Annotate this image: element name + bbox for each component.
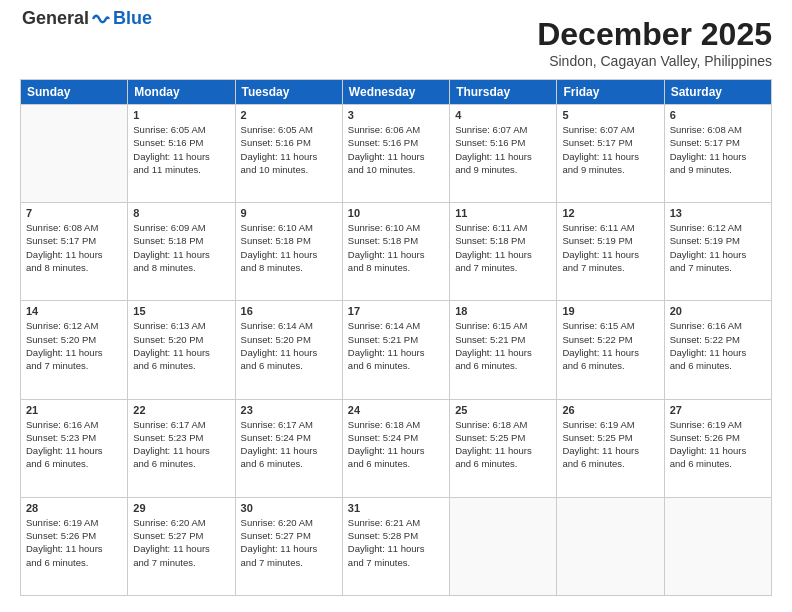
day-cell: 28Sunrise: 6:19 AMSunset: 5:26 PMDayligh… [21, 497, 128, 595]
day-info: Sunrise: 6:12 AMSunset: 5:20 PMDaylight:… [26, 319, 122, 372]
day-info: Sunrise: 6:17 AMSunset: 5:24 PMDaylight:… [241, 418, 337, 471]
day-cell: 14Sunrise: 6:12 AMSunset: 5:20 PMDayligh… [21, 301, 128, 399]
day-number: 13 [670, 207, 766, 219]
day-number: 4 [455, 109, 551, 121]
day-cell: 21Sunrise: 6:16 AMSunset: 5:23 PMDayligh… [21, 399, 128, 497]
day-info: Sunrise: 6:13 AMSunset: 5:20 PMDaylight:… [133, 319, 229, 372]
day-info: Sunrise: 6:05 AMSunset: 5:16 PMDaylight:… [241, 123, 337, 176]
day-info: Sunrise: 6:19 AMSunset: 5:26 PMDaylight:… [26, 516, 122, 569]
day-number: 23 [241, 404, 337, 416]
day-info: Sunrise: 6:09 AMSunset: 5:18 PMDaylight:… [133, 221, 229, 274]
day-number: 8 [133, 207, 229, 219]
day-number: 16 [241, 305, 337, 317]
day-info: Sunrise: 6:05 AMSunset: 5:16 PMDaylight:… [133, 123, 229, 176]
day-number: 24 [348, 404, 444, 416]
day-number: 22 [133, 404, 229, 416]
day-cell: 29Sunrise: 6:20 AMSunset: 5:27 PMDayligh… [128, 497, 235, 595]
day-number: 31 [348, 502, 444, 514]
day-info: Sunrise: 6:07 AMSunset: 5:17 PMDaylight:… [562, 123, 658, 176]
day-number: 1 [133, 109, 229, 121]
calendar-table: SundayMondayTuesdayWednesdayThursdayFrid… [20, 79, 772, 596]
day-info: Sunrise: 6:11 AMSunset: 5:19 PMDaylight:… [562, 221, 658, 274]
day-info: Sunrise: 6:07 AMSunset: 5:16 PMDaylight:… [455, 123, 551, 176]
day-cell: 8Sunrise: 6:09 AMSunset: 5:18 PMDaylight… [128, 203, 235, 301]
day-cell: 20Sunrise: 6:16 AMSunset: 5:22 PMDayligh… [664, 301, 771, 399]
subtitle: Sindon, Cagayan Valley, Philippines [537, 53, 772, 69]
day-cell: 11Sunrise: 6:11 AMSunset: 5:18 PMDayligh… [450, 203, 557, 301]
day-info: Sunrise: 6:10 AMSunset: 5:18 PMDaylight:… [241, 221, 337, 274]
day-number: 6 [670, 109, 766, 121]
col-header-friday: Friday [557, 80, 664, 105]
day-cell: 6Sunrise: 6:08 AMSunset: 5:17 PMDaylight… [664, 105, 771, 203]
day-info: Sunrise: 6:14 AMSunset: 5:20 PMDaylight:… [241, 319, 337, 372]
day-number: 29 [133, 502, 229, 514]
page: General General Blue December 2025 Sindo… [0, 0, 792, 612]
day-cell [557, 497, 664, 595]
day-info: Sunrise: 6:18 AMSunset: 5:25 PMDaylight:… [455, 418, 551, 471]
day-info: Sunrise: 6:17 AMSunset: 5:23 PMDaylight:… [133, 418, 229, 471]
day-info: Sunrise: 6:08 AMSunset: 5:17 PMDaylight:… [26, 221, 122, 274]
day-cell: 27Sunrise: 6:19 AMSunset: 5:26 PMDayligh… [664, 399, 771, 497]
day-number: 26 [562, 404, 658, 416]
week-row-5: 28Sunrise: 6:19 AMSunset: 5:26 PMDayligh… [21, 497, 772, 595]
day-info: Sunrise: 6:21 AMSunset: 5:28 PMDaylight:… [348, 516, 444, 569]
col-header-wednesday: Wednesday [342, 80, 449, 105]
day-cell: 7Sunrise: 6:08 AMSunset: 5:17 PMDaylight… [21, 203, 128, 301]
col-header-thursday: Thursday [450, 80, 557, 105]
day-info: Sunrise: 6:19 AMSunset: 5:26 PMDaylight:… [670, 418, 766, 471]
day-cell: 25Sunrise: 6:18 AMSunset: 5:25 PMDayligh… [450, 399, 557, 497]
day-number: 3 [348, 109, 444, 121]
day-number: 7 [26, 207, 122, 219]
day-number: 27 [670, 404, 766, 416]
day-cell: 23Sunrise: 6:17 AMSunset: 5:24 PMDayligh… [235, 399, 342, 497]
day-number: 28 [26, 502, 122, 514]
day-info: Sunrise: 6:06 AMSunset: 5:16 PMDaylight:… [348, 123, 444, 176]
day-number: 21 [26, 404, 122, 416]
col-header-monday: Monday [128, 80, 235, 105]
main-title: December 2025 [537, 16, 772, 53]
day-number: 15 [133, 305, 229, 317]
day-info: Sunrise: 6:15 AMSunset: 5:22 PMDaylight:… [562, 319, 658, 372]
col-header-sunday: Sunday [21, 80, 128, 105]
day-number: 14 [26, 305, 122, 317]
day-number: 30 [241, 502, 337, 514]
day-number: 12 [562, 207, 658, 219]
col-header-tuesday: Tuesday [235, 80, 342, 105]
day-info: Sunrise: 6:18 AMSunset: 5:24 PMDaylight:… [348, 418, 444, 471]
day-info: Sunrise: 6:11 AMSunset: 5:18 PMDaylight:… [455, 221, 551, 274]
day-info: Sunrise: 6:20 AMSunset: 5:27 PMDaylight:… [241, 516, 337, 569]
col-header-saturday: Saturday [664, 80, 771, 105]
day-info: Sunrise: 6:19 AMSunset: 5:25 PMDaylight:… [562, 418, 658, 471]
week-row-2: 7Sunrise: 6:08 AMSunset: 5:17 PMDaylight… [21, 203, 772, 301]
day-cell: 17Sunrise: 6:14 AMSunset: 5:21 PMDayligh… [342, 301, 449, 399]
day-cell: 26Sunrise: 6:19 AMSunset: 5:25 PMDayligh… [557, 399, 664, 497]
day-info: Sunrise: 6:08 AMSunset: 5:17 PMDaylight:… [670, 123, 766, 176]
day-cell: 10Sunrise: 6:10 AMSunset: 5:18 PMDayligh… [342, 203, 449, 301]
day-number: 20 [670, 305, 766, 317]
day-number: 19 [562, 305, 658, 317]
day-cell: 31Sunrise: 6:21 AMSunset: 5:28 PMDayligh… [342, 497, 449, 595]
day-info: Sunrise: 6:15 AMSunset: 5:21 PMDaylight:… [455, 319, 551, 372]
logo-blue-text: Blue [113, 8, 152, 29]
day-info: Sunrise: 6:14 AMSunset: 5:21 PMDaylight:… [348, 319, 444, 372]
title-section: December 2025 Sindon, Cagayan Valley, Ph… [537, 16, 772, 69]
day-info: Sunrise: 6:10 AMSunset: 5:18 PMDaylight:… [348, 221, 444, 274]
day-number: 10 [348, 207, 444, 219]
day-number: 5 [562, 109, 658, 121]
day-cell [450, 497, 557, 595]
day-cell: 3Sunrise: 6:06 AMSunset: 5:16 PMDaylight… [342, 105, 449, 203]
day-cell: 12Sunrise: 6:11 AMSunset: 5:19 PMDayligh… [557, 203, 664, 301]
day-cell: 5Sunrise: 6:07 AMSunset: 5:17 PMDaylight… [557, 105, 664, 203]
day-number: 11 [455, 207, 551, 219]
day-number: 17 [348, 305, 444, 317]
logo-general-text2: General [22, 8, 89, 29]
day-cell: 1Sunrise: 6:05 AMSunset: 5:16 PMDaylight… [128, 105, 235, 203]
week-row-4: 21Sunrise: 6:16 AMSunset: 5:23 PMDayligh… [21, 399, 772, 497]
day-cell: 18Sunrise: 6:15 AMSunset: 5:21 PMDayligh… [450, 301, 557, 399]
day-info: Sunrise: 6:12 AMSunset: 5:19 PMDaylight:… [670, 221, 766, 274]
day-info: Sunrise: 6:20 AMSunset: 5:27 PMDaylight:… [133, 516, 229, 569]
day-cell: 30Sunrise: 6:20 AMSunset: 5:27 PMDayligh… [235, 497, 342, 595]
day-cell: 22Sunrise: 6:17 AMSunset: 5:23 PMDayligh… [128, 399, 235, 497]
header: General General Blue December 2025 Sindo… [20, 16, 772, 69]
day-cell: 9Sunrise: 6:10 AMSunset: 5:18 PMDaylight… [235, 203, 342, 301]
